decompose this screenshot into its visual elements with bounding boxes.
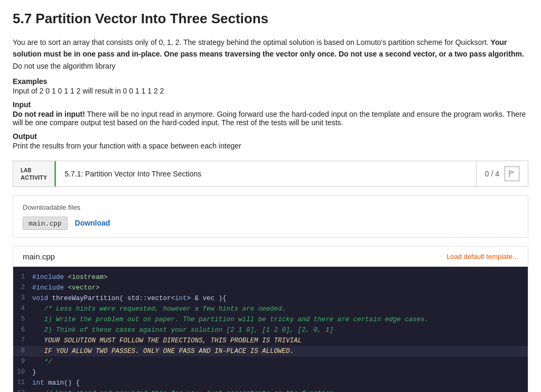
line-number: 4 — [13, 304, 32, 314]
description-paragraph: You are to sort an array that consists o… — [13, 36, 528, 72]
line-content: 1) Write the problem out on paper. The p… — [32, 314, 528, 325]
code-section: main.cpp Load default template... 1#incl… — [13, 246, 528, 392]
line-number: 11 — [13, 378, 32, 388]
lab-label-line1: LAB — [21, 167, 47, 174]
lab-label-line2: ACTIVITY — [21, 174, 47, 181]
code-editor[interactable]: 1#include <iostream>2#include <vector>3v… — [13, 267, 528, 392]
lab-activity-icon[interactable] — [505, 166, 519, 181]
code-filename: main.cpp — [23, 252, 55, 261]
code-line: 9 */ — [13, 357, 528, 367]
line-content: 2) Think of these cases against your sol… — [32, 325, 528, 335]
line-number: 9 — [13, 357, 32, 367]
downloadable-section: Downloadable files main.cpp Download — [13, 195, 528, 238]
code-line: 2#include <vector> — [13, 283, 528, 293]
input-note-text: There will be no input read in anymore. … — [13, 110, 526, 127]
line-content: #include <vector> — [32, 283, 528, 293]
line-number: 7 — [13, 335, 32, 346]
examples-label: Examples — [13, 77, 528, 86]
code-line: 5 1) Write the problem out on paper. The… — [13, 314, 528, 325]
line-number: 2 — [13, 283, 32, 293]
download-link[interactable]: Download — [75, 219, 110, 227]
line-content: #include <iostream> — [32, 272, 528, 283]
code-line: 1#include <iostream> — [13, 272, 528, 283]
line-number: 10 — [13, 367, 32, 378]
input-note-bold: Do not read in input! — [13, 110, 85, 118]
description-text-1: You are to sort an array that consists o… — [13, 38, 489, 46]
lab-activity-score: 0 / 4 — [476, 161, 528, 186]
line-number: 1 — [13, 272, 32, 283]
line-content: IF YOU ALLOW TWO PASSES. ONLY ONE PASS A… — [32, 346, 528, 357]
line-number: 6 — [13, 325, 32, 335]
flag-icon — [508, 170, 516, 178]
line-number: 3 — [13, 293, 32, 304]
page-title: 5.7 Partition Vector Into Three Sections — [13, 11, 528, 27]
input-label: Input — [13, 100, 528, 109]
code-line: 8 IF YOU ALLOW TWO PASSES. ONLY ONE PASS… — [13, 346, 528, 357]
description-text-2: Do not use the algorithm library — [13, 62, 116, 70]
line-content: } — [32, 367, 528, 378]
code-line: 10} — [13, 367, 528, 378]
line-content: int main() { — [32, 378, 528, 388]
line-number: 5 — [13, 314, 32, 325]
code-line: 3void threeWayPartition( std::vector<int… — [13, 293, 528, 304]
lab-activity-title: 5.7.1: Partition Vector Into Three Secti… — [56, 161, 476, 186]
line-number: 12 — [13, 388, 32, 392]
code-line: 4 /* Less hints were requested, however … — [13, 304, 528, 314]
line-content: */ — [32, 357, 528, 367]
code-header: main.cpp Load default template... — [13, 247, 528, 267]
line-content: /* Less hints were requested, however a … — [32, 304, 528, 314]
code-line: 6 2) Think of these cases against your s… — [13, 325, 528, 335]
examples-text: Input of 2 0 1 0 1 1 2 will result in 0 … — [13, 87, 528, 95]
code-line: 7 YOUR SOLUTION MUST FOLLOW THE DIRECTIO… — [13, 335, 528, 346]
load-template-link[interactable]: Load default template... — [446, 253, 518, 260]
input-note: Do not read in input! There will be no i… — [13, 110, 528, 127]
line-content: // Went ahead and provided this for you,… — [32, 388, 528, 392]
code-line: 12 // Went ahead and provided this for y… — [13, 388, 528, 392]
line-number: 8 — [13, 346, 32, 357]
line-content: YOUR SOLUTION MUST FOLLOW THE DIRECTIONS… — [32, 335, 528, 346]
lab-activity-label: LAB ACTIVITY — [13, 161, 56, 186]
file-chip: main.cpp — [23, 217, 68, 230]
line-content: void threeWayPartition( std::vector<int>… — [32, 293, 528, 304]
output-text: Print the results from your function wit… — [13, 142, 528, 150]
downloadable-label: Downloadable files — [23, 203, 518, 211]
output-label: Output — [13, 132, 528, 141]
lab-activity-bar: LAB ACTIVITY 5.7.1: Partition Vector Int… — [13, 161, 528, 187]
code-line: 11int main() { — [13, 378, 528, 388]
